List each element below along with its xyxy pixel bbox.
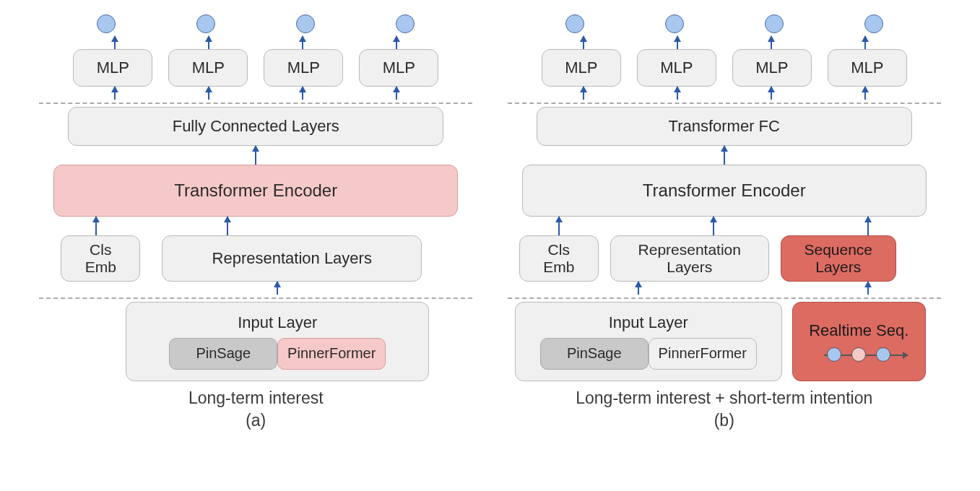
pinsage-chip: PinSage bbox=[540, 338, 649, 370]
fc-box: Transformer FC bbox=[537, 107, 912, 146]
output-dot bbox=[864, 14, 883, 33]
arrows bbox=[508, 217, 941, 235]
output-dots-row bbox=[508, 14, 941, 33]
representation-layers-box: Representation Layers bbox=[610, 235, 769, 282]
mlp-row: MLP MLP MLP MLP bbox=[39, 49, 472, 87]
sequence-icon bbox=[827, 347, 890, 362]
output-dot bbox=[196, 14, 215, 33]
pinsage-chip: PinSage bbox=[169, 338, 277, 370]
caption-line2: (a) bbox=[246, 411, 266, 430]
mlp-box: MLP bbox=[732, 49, 812, 87]
representation-layers-box: Representation Layers bbox=[162, 235, 422, 282]
divider bbox=[508, 297, 941, 299]
divider bbox=[39, 103, 472, 104]
caption-line1: Long-term interest bbox=[188, 388, 324, 407]
output-dot bbox=[765, 14, 784, 33]
realtime-seq-box: Realtime Seq. bbox=[792, 302, 926, 381]
input-layer-title: Input Layer bbox=[609, 313, 688, 331]
cls-emb-box: Cls Emb bbox=[61, 235, 140, 282]
output-dot bbox=[665, 14, 684, 33]
input-layer-box: Input Layer PinSage PinnerFormer bbox=[515, 302, 782, 381]
arrows bbox=[39, 87, 472, 100]
realtime-seq-label: Realtime Seq. bbox=[809, 321, 909, 339]
input-row: Input Layer PinSage PinnerFormer Realtim… bbox=[508, 302, 941, 381]
output-dots-row bbox=[39, 14, 472, 33]
seq-dot bbox=[827, 347, 841, 362]
transformer-encoder-box: Transformer Encoder bbox=[53, 165, 458, 217]
caption-line1: Long-term interest + short-term intentio… bbox=[576, 388, 872, 407]
cls-rep-seq-row: Cls Emb Representation Layers Sequence L… bbox=[508, 235, 941, 282]
seq-dot bbox=[851, 347, 866, 362]
output-dot bbox=[296, 14, 315, 33]
panel-left: MLP MLP MLP MLP Fully Connected Layers T… bbox=[39, 14, 472, 484]
output-dot bbox=[396, 14, 415, 33]
arrows bbox=[39, 217, 472, 235]
mlp-box: MLP bbox=[359, 49, 438, 87]
mlp-box: MLP bbox=[542, 49, 621, 87]
input-layer-title: Input Layer bbox=[238, 313, 317, 331]
input-layer-box: Input Layer PinSage PinnerFormer bbox=[126, 302, 429, 381]
arrows bbox=[508, 146, 941, 165]
caption: Long-term interest + short-term intentio… bbox=[576, 387, 872, 432]
chips: PinSage PinnerFormer bbox=[540, 338, 757, 370]
output-dot bbox=[565, 14, 584, 33]
arrows bbox=[508, 282, 941, 295]
output-dot bbox=[97, 14, 116, 33]
mlp-box: MLP bbox=[168, 49, 248, 87]
input-row: Input Layer PinSage PinnerFormer bbox=[39, 302, 472, 381]
arrows bbox=[508, 36, 941, 49]
caption: Long-term interest (a) bbox=[188, 387, 324, 432]
seq-dot bbox=[876, 347, 890, 362]
pinnerformer-chip: PinnerFormer bbox=[649, 338, 757, 370]
arrows bbox=[39, 146, 472, 165]
mlp-box: MLP bbox=[264, 49, 343, 87]
arrows bbox=[61, 282, 494, 295]
caption-line2: (b) bbox=[714, 411, 734, 430]
panel-right: MLP MLP MLP MLP Transformer FC Transform… bbox=[508, 14, 941, 484]
mlp-row: MLP MLP MLP MLP bbox=[508, 49, 941, 87]
pinnerformer-chip: PinnerFormer bbox=[277, 338, 386, 370]
transformer-encoder-box: Transformer Encoder bbox=[522, 165, 927, 217]
mlp-box: MLP bbox=[828, 49, 907, 87]
arrows bbox=[39, 36, 472, 49]
divider bbox=[508, 103, 941, 104]
cls-emb-box: Cls Emb bbox=[519, 235, 599, 282]
divider bbox=[39, 297, 472, 299]
mlp-box: MLP bbox=[73, 49, 152, 87]
mlp-box: MLP bbox=[637, 49, 716, 87]
chips: PinSage PinnerFormer bbox=[169, 338, 386, 370]
fc-box: Fully Connected Layers bbox=[68, 107, 443, 146]
cls-rep-row: Cls Emb Representation Layers bbox=[39, 235, 472, 282]
sequence-layers-box: Sequence Layers bbox=[781, 235, 896, 282]
arrows bbox=[508, 87, 941, 100]
